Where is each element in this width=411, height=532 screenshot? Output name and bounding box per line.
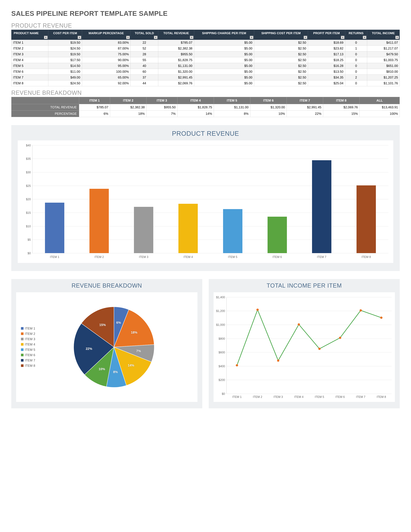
section-product-revenue: PRODUCT REVENUE (11, 22, 400, 29)
col-header: SHIPPING COST PER ITEM▾ (254, 30, 308, 40)
cell: $5.00 (194, 57, 254, 63)
cell: 92.00% (82, 80, 131, 86)
filter-dropdown-icon[interactable]: ▾ (44, 36, 47, 39)
table-row: ITEM 5$14.5095.00%40$1,131.00$5.00$2.50$… (11, 63, 400, 69)
y-tick-label: $15 (26, 211, 32, 214)
y-tick-label: $600 (219, 351, 227, 354)
col-header: TOTAL INCOME▾ (367, 30, 400, 40)
cell: $34.35 (308, 75, 345, 80)
filter-dropdown-icon[interactable]: ▾ (78, 36, 81, 39)
line-marker (236, 364, 238, 366)
legend-item: ITEM 6 (21, 353, 35, 357)
cell: 75.00% (82, 51, 131, 57)
cell: $2.50 (254, 46, 308, 51)
cell: $5.00 (194, 75, 254, 80)
cell: $5.00 (194, 80, 254, 86)
cell: $955.50 (158, 51, 194, 57)
cell: $5.00 (194, 69, 254, 75)
line-chart: $0$200$400$600$800$1,000$1,200$1,400ITEM… (214, 292, 395, 402)
filter-dropdown-icon[interactable]: ▾ (250, 36, 253, 39)
pie-chart: ITEM 1ITEM 2ITEM 3ITEM 4ITEM 5ITEM 6ITEM… (16, 292, 197, 402)
col-header: PRODUCT NAME▾ (11, 30, 48, 40)
x-tick-label: ITEM 3 (139, 253, 148, 259)
pie-slice-label: 6% (116, 321, 121, 324)
filter-dropdown-icon[interactable]: ▾ (304, 36, 307, 39)
legend-item: ITEM 5 (21, 348, 35, 352)
table-row: ITEM 1$19.5083.00%22$785.07$5.00$2.50$18… (11, 40, 400, 46)
cell: $1,320.00 (158, 69, 194, 75)
y-tick-label: $30 (26, 171, 32, 174)
cell: $24.50 (48, 46, 82, 51)
y-tick-label: $10 (26, 225, 32, 228)
cell: $5.00 (194, 46, 254, 51)
x-tick-label: ITEM 5 (315, 394, 324, 399)
y-tick-label: $1,200 (216, 309, 227, 313)
line-marker (360, 309, 362, 312)
filter-dropdown-icon[interactable]: ▾ (341, 36, 345, 39)
line-marker (318, 348, 321, 350)
bar: ITEM 4 (178, 204, 198, 253)
cell: 15% (323, 110, 359, 117)
page-title: SALES PIPELINE REPORT TEMPLATE SAMPLE (11, 10, 400, 17)
x-tick-label: ITEM 6 (336, 394, 345, 399)
filter-dropdown-icon[interactable]: ▾ (363, 36, 366, 39)
legend-swatch (21, 354, 24, 356)
cell: $1,217.07 (367, 46, 400, 51)
col-header: TOTAL SOLD▾ (131, 30, 158, 40)
cell: 14% (177, 110, 214, 117)
cell: $13.50 (308, 69, 345, 75)
col-header: ITEM 3 (146, 97, 177, 104)
x-tick-label: ITEM 5 (228, 253, 237, 259)
y-tick-label: $35 (26, 157, 32, 161)
bar: ITEM 7 (312, 160, 331, 253)
filter-dropdown-icon[interactable]: ▾ (395, 36, 399, 39)
x-tick-label: ITEM 8 (377, 394, 386, 399)
cell: 0 (345, 51, 367, 57)
cell: $24.50 (48, 80, 82, 86)
y-tick-label: $5 (28, 238, 32, 241)
x-tick-label: ITEM 7 (356, 394, 365, 399)
line-marker (339, 337, 341, 339)
filter-dropdown-icon[interactable]: ▾ (154, 36, 158, 39)
cell: $810.00 (367, 69, 400, 75)
cell: 55 (131, 57, 158, 63)
table-row: ITEM 4$17.5090.00%55$1,828.75$5.00$2.50$… (11, 57, 400, 63)
cell: 40 (131, 63, 158, 69)
cell: 8% (214, 110, 250, 117)
cell: $14.50 (48, 63, 82, 69)
bar-chart-title: PRODUCT REVENUE (18, 130, 393, 137)
cell: 1 (345, 46, 367, 51)
cell: $2,069.76 (158, 80, 194, 86)
cell: $18.25 (308, 57, 345, 63)
cell: $2,991.45 (287, 104, 323, 110)
cell: 90.00% (82, 57, 131, 63)
legend-item: ITEM 3 (21, 337, 35, 341)
y-tick-label: $400 (219, 364, 227, 368)
pie-slice-label: 7% (136, 349, 141, 353)
line-marker (380, 316, 383, 319)
revenue-breakdown-table: ITEM 1ITEM 2ITEM 3ITEM 4ITEM 5ITEM 6ITEM… (11, 97, 400, 117)
table-row: ITEM 3$19.5075.00%28$955.50$5.00$2.50$17… (11, 51, 400, 57)
filter-dropdown-icon[interactable]: ▾ (126, 36, 130, 39)
cell: ITEM 6 (11, 69, 48, 75)
cell: 28 (131, 51, 158, 57)
cell: 0 (345, 57, 367, 63)
table-row: ITEM 8$24.5092.00%44$2,069.76$5.00$2.50$… (11, 80, 400, 86)
cell: 100% (360, 110, 400, 117)
legend-swatch (21, 359, 24, 361)
cell: 18% (110, 110, 146, 117)
table-row: PERCENTAGE6%18%7%14%8%10%22%15%100% (11, 110, 400, 117)
legend-swatch (21, 364, 24, 367)
cell: 7% (146, 110, 177, 117)
filter-dropdown-icon[interactable]: ▾ (190, 36, 193, 39)
line-marker (277, 360, 279, 362)
legend-label: ITEM 2 (25, 332, 35, 336)
table-row: ITEM 7$49.0065.00%37$2,991.45$5.00$2.50$… (11, 75, 400, 80)
cell: $2,069.76 (323, 104, 359, 110)
y-tick-label: $25 (26, 184, 32, 188)
col-header: PROFIT PER ITEM▾ (308, 30, 345, 40)
cell: 65.00% (82, 75, 131, 80)
legend-label: ITEM 4 (25, 342, 35, 346)
legend-item: ITEM 7 (21, 359, 35, 362)
y-tick-label: $1,400 (216, 295, 227, 299)
